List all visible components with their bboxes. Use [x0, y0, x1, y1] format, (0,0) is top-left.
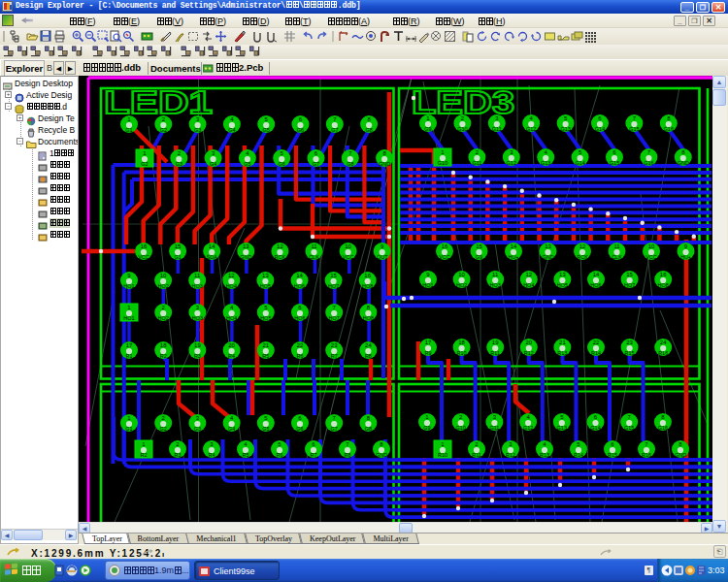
svg-text:G12: G12: [523, 425, 533, 431]
svg-text:G16: G16: [658, 425, 668, 431]
svg-text:G6: G6: [279, 161, 285, 167]
svg-text:HO6: HO6: [294, 315, 305, 321]
svg-text:16: 16: [141, 243, 148, 249]
svg-text:11: 11: [613, 243, 620, 249]
svg-text:R9: R9: [424, 350, 431, 356]
svg-text:14: 14: [511, 243, 517, 249]
svg-text:R16: R16: [658, 350, 668, 356]
svg-text:VCC: VCC: [343, 254, 354, 260]
svg-text:R8: R8: [365, 353, 372, 359]
svg-text:HO4: HO4: [226, 283, 237, 289]
svg-text:R10: R10: [457, 350, 467, 356]
svg-text:R3: R3: [174, 452, 181, 458]
svg-text:13: 13: [262, 273, 269, 278]
svg-text:23: 23: [626, 340, 633, 345]
svg-text:G4: G4: [228, 426, 235, 432]
svg-text:G2: G2: [141, 161, 148, 167]
svg-text:G5: G5: [263, 127, 270, 133]
svg-text:HO5: HO5: [260, 283, 271, 289]
svg-text:G5: G5: [262, 426, 269, 432]
svg-text:RCK: RCK: [577, 254, 588, 260]
svg-text:R12: R12: [506, 452, 515, 458]
svg-text:G8: G8: [365, 127, 372, 133]
svg-text:R1: R1: [125, 353, 132, 359]
svg-text:RCK: RCK: [275, 254, 286, 260]
svg-text:G9: G9: [424, 126, 431, 132]
svg-text:R7: R7: [331, 353, 338, 359]
svg-text:G14: G14: [575, 160, 584, 166]
svg-text:R15: R15: [608, 452, 617, 458]
svg-text:HO7: HO7: [329, 315, 340, 321]
svg-text:G3: G3: [194, 127, 201, 133]
svg-text:GND: GND: [542, 254, 553, 260]
svg-text:GND: GND: [240, 254, 251, 260]
svg-text:G9: G9: [423, 425, 430, 431]
svg-text:G14: G14: [590, 425, 600, 431]
svg-text:G15: G15: [624, 425, 634, 431]
svg-text:R5: R5: [262, 353, 269, 359]
svg-text:17: 17: [425, 340, 432, 345]
svg-text:R8: R8: [344, 452, 350, 458]
svg-text:HO4: HO4: [226, 315, 237, 321]
svg-text:G13: G13: [541, 160, 550, 166]
svg-text:15: 15: [330, 273, 337, 278]
svg-text:19: 19: [492, 340, 499, 345]
svg-text:HO1: HO1: [422, 282, 433, 288]
svg-text:22: 22: [593, 340, 600, 345]
svg-text:G11: G11: [489, 425, 499, 431]
svg-text:G12: G12: [507, 160, 516, 166]
svg-text:R14: R14: [574, 452, 583, 458]
svg-text:HU+: HU+: [508, 254, 518, 260]
svg-text:15: 15: [175, 243, 182, 249]
svg-text:HO7: HO7: [624, 282, 635, 288]
svg-text:24: 24: [660, 340, 667, 345]
svg-text:21: 21: [559, 340, 566, 345]
svg-text:G1: G1: [125, 127, 132, 133]
svg-text:HO2: HO2: [456, 282, 467, 288]
svg-text:R5: R5: [242, 452, 248, 458]
svg-text:CLK: CLK: [612, 254, 622, 260]
svg-text:R13: R13: [557, 350, 567, 356]
svg-text:HU+: HU+: [680, 254, 691, 260]
svg-text:11: 11: [194, 273, 201, 278]
svg-text:G10: G10: [438, 160, 447, 166]
svg-text:G4: G4: [228, 127, 235, 133]
svg-text:HO8: HO8: [363, 315, 374, 321]
svg-text:14: 14: [209, 243, 215, 249]
svg-text:HO1: HO1: [123, 315, 134, 321]
svg-text:18: 18: [458, 340, 465, 345]
svg-text:HO3: HO3: [192, 283, 203, 289]
svg-text:HO6: HO6: [294, 283, 305, 289]
svg-text:VCC: VCC: [138, 254, 149, 260]
svg-text:22: 22: [297, 342, 304, 348]
svg-text:VCC: VCC: [645, 254, 657, 260]
svg-text:G12: G12: [526, 126, 536, 132]
svg-text:R6: R6: [276, 452, 282, 458]
svg-text:10: 10: [648, 243, 655, 249]
svg-text:14: 14: [593, 272, 600, 277]
svg-text:18: 18: [160, 342, 167, 348]
svg-text:R14: R14: [591, 350, 601, 356]
svg-text:12: 12: [277, 243, 283, 249]
svg-text:GND: GND: [379, 161, 390, 167]
svg-text:16: 16: [442, 243, 448, 249]
svg-text:R6: R6: [296, 353, 303, 359]
svg-text:G2: G2: [160, 127, 167, 133]
svg-text:G7: G7: [331, 127, 338, 133]
svg-text:HO1: HO1: [123, 283, 134, 289]
svg-text:G6: G6: [297, 127, 304, 133]
svg-text:HO8: HO8: [362, 283, 373, 289]
svg-text:G15: G15: [629, 126, 639, 132]
svg-text:23: 23: [331, 342, 338, 348]
svg-text:11: 11: [492, 272, 499, 277]
svg-text:R11: R11: [472, 452, 481, 458]
svg-text:12: 12: [228, 273, 235, 278]
svg-text:24: 24: [365, 342, 372, 348]
svg-text:GND: GND: [376, 452, 387, 458]
svg-text:G8: G8: [347, 161, 353, 167]
svg-text:HO6: HO6: [590, 282, 601, 288]
svg-text:HO2: HO2: [157, 283, 168, 289]
svg-text:HO8: HO8: [658, 282, 669, 288]
svg-text:20: 20: [228, 342, 235, 348]
svg-text:17: 17: [126, 342, 133, 348]
